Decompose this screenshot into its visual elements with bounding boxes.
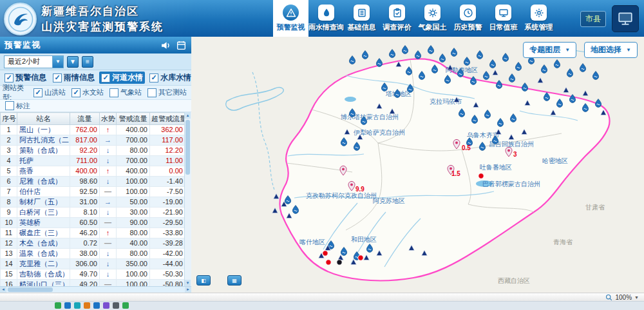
map-select-button[interactable]: 地图选择 ▼ xyxy=(584,42,638,58)
filter-river[interactable]: 河道水情 xyxy=(99,72,145,84)
taskbar-icon[interactable] xyxy=(122,302,129,309)
table-cell: 托萨 xyxy=(17,156,70,166)
table-cell: -29.50 xyxy=(150,218,185,228)
checkbox[interactable] xyxy=(5,73,14,82)
filter-warning[interactable]: 预警信息 xyxy=(3,72,48,84)
checkbox[interactable] xyxy=(149,73,158,82)
table-cell: ↓ xyxy=(100,208,117,218)
dropdown-button[interactable]: ▼ xyxy=(67,56,79,68)
red-dot-marker[interactable] xyxy=(323,251,328,256)
table-row[interactable]: 3策勒（合成）92.20↓80.0012.20 xyxy=(1,146,185,156)
table-row[interactable]: 6尼雅（合成）98.60↓100.00-1.40 xyxy=(1,177,185,187)
table-cell: 0.72 xyxy=(70,238,100,249)
filter-reservoir[interactable]: 水库水情 xyxy=(147,72,193,84)
filter-raininfo[interactable]: 雨情信息 xyxy=(51,72,97,84)
map-value-label: 1.5 xyxy=(451,170,460,177)
checkbox[interactable] xyxy=(109,88,118,97)
table-row[interactable]: 16精河山口（三）49.20—100.00-50.80 xyxy=(1,280,185,287)
list-button[interactable]: ≡ xyxy=(82,56,93,68)
column-header[interactable]: 站名 xyxy=(17,113,70,125)
table-cell: — xyxy=(100,280,117,287)
column-header[interactable]: 超警戒流量 xyxy=(150,113,185,125)
checkbox[interactable] xyxy=(147,88,156,97)
taskbar-icon[interactable] xyxy=(74,302,80,309)
scroll-right-icon[interactable]: ► xyxy=(185,287,191,293)
scroll-left-icon[interactable]: ◄ xyxy=(0,287,6,293)
app-logo xyxy=(4,3,37,35)
city-county-button[interactable]: 市县 xyxy=(580,11,606,27)
zoom-value: 100% xyxy=(615,294,632,301)
table-row[interactable]: 9白桥河（三）8.10↓30.00-21.90 xyxy=(1,208,185,218)
taskbar-icon[interactable] xyxy=(93,302,100,309)
table-row[interactable]: 12木垒（合成）0.72—40.00-39.28 xyxy=(1,238,185,249)
table-row[interactable]: 15吉勒德（合成）49.70↓100.00-50.30 xyxy=(1,269,185,280)
table-cell: ↓ xyxy=(100,259,117,269)
checkbox[interactable] xyxy=(33,88,43,97)
app: 新疆维吾尔自治区 山洪灾害监测预警系统 预警监视雨水情查询基础信息调查评价气象国… xyxy=(0,0,644,310)
table-cell: → xyxy=(100,197,117,208)
table-row[interactable]: 2阿古扎消克（二）817.00→700.00117.00 xyxy=(1,135,185,146)
time-range-select[interactable]: 最近2小时 ▼ xyxy=(4,55,64,68)
taskbar-icon[interactable] xyxy=(113,302,119,309)
tab-survey[interactable]: 调查评价 xyxy=(379,0,415,37)
station-type-weather[interactable]: 气象站 xyxy=(108,87,144,98)
tab-history[interactable]: 历史预警 xyxy=(450,0,486,37)
red-dot-marker[interactable] xyxy=(326,260,331,265)
table-row[interactable]: 8制材厂（五）31.00→50.00-19.00 xyxy=(1,197,185,208)
monitor-mode-button[interactable] xyxy=(612,5,639,32)
checkbox[interactable] xyxy=(101,73,110,82)
volume-icon[interactable] xyxy=(160,40,171,51)
scroll-up-icon[interactable]: ▲ xyxy=(185,112,191,119)
taskbar-icon[interactable] xyxy=(103,302,109,309)
column-header[interactable]: 流量 xyxy=(70,113,100,125)
table-row[interactable]: 1黑山（一）762.00↑400.00362.00 xyxy=(1,125,185,135)
column-header[interactable]: 序号 xyxy=(1,113,17,125)
table-cell: 7 xyxy=(1,187,17,197)
table-row[interactable]: 4托萨711.00↓700.0011.00 xyxy=(1,156,185,166)
station-type-hydro[interactable]: 水文站 xyxy=(70,87,106,98)
table-row[interactable]: 7伯什店92.50—100.00-7.50 xyxy=(1,187,185,197)
station-type-mountain[interactable]: 山洪站 xyxy=(32,87,68,98)
checkbox[interactable] xyxy=(71,88,80,97)
scrollbar-thumb[interactable] xyxy=(185,120,190,175)
annotation-checkbox[interactable]: 标注 xyxy=(3,101,32,111)
scroll-down-icon[interactable]: ▼ xyxy=(185,280,191,286)
table-row[interactable]: 11碾盘庄（三）46.20↑80.00-33.80 xyxy=(1,228,185,238)
map-area[interactable]: 阿勒泰地区塔城地区克拉玛依市博尔塔拉蒙古自治州伊犁哈萨克自治州乌鲁木齐市昌吉回族… xyxy=(191,37,644,293)
table-row[interactable]: 13温泉（合成）38.00↓80.00-42.00 xyxy=(1,249,185,259)
taskbar-icon[interactable] xyxy=(64,302,71,309)
tab-rain[interactable]: 雨水情查询 xyxy=(308,0,344,37)
info-icon xyxy=(354,5,370,21)
table-row[interactable]: 5燕香400.00↑400.000.00 xyxy=(1,166,185,177)
tab-duty[interactable]: 日常值班 xyxy=(486,0,521,37)
main-nav: 预警监视雨水情查询基础信息调查评价气象国土历史预警日常值班系统管理 xyxy=(273,0,556,37)
tab-monitor[interactable]: 预警监视 xyxy=(273,0,308,37)
settings-icon xyxy=(531,5,547,21)
checkbox[interactable] xyxy=(5,101,14,110)
red-dot-marker[interactable] xyxy=(478,173,484,179)
legend-button[interactable]: ▦ xyxy=(227,275,242,286)
red-dot-marker[interactable] xyxy=(358,255,363,260)
table-row[interactable]: 14克里雅（二）306.00↓350.00-44.00 xyxy=(1,259,185,269)
table-cell: ↑ xyxy=(100,125,117,135)
tab-info[interactable]: 基础信息 xyxy=(344,0,379,37)
map-region-label: 和田地区 xyxy=(351,236,377,243)
taskbar-icon[interactable] xyxy=(84,302,90,309)
taskbar-icon[interactable] xyxy=(55,302,61,309)
column-header[interactable]: 水势 xyxy=(100,113,117,125)
table-header-row: 序号站名流量水势警戒流量超警戒流量 xyxy=(1,113,185,125)
calendar-icon[interactable] xyxy=(176,40,187,51)
magnifier-icon xyxy=(605,294,612,301)
checkbox[interactable] xyxy=(53,73,62,82)
collapse-panel-button[interactable]: ◧ xyxy=(196,275,211,286)
tab-weather[interactable]: 气象国土 xyxy=(415,0,450,37)
black-dot-marker[interactable] xyxy=(337,260,342,265)
hscrollbar-thumb[interactable] xyxy=(8,287,53,292)
station-type-other[interactable]: 其它测站 xyxy=(146,87,189,98)
column-header[interactable]: 警戒流量 xyxy=(117,113,150,125)
table-row[interactable]: 10英雄桥60.50—90.00-29.50 xyxy=(1,218,185,228)
vertical-scrollbar[interactable]: ▲ ▼ xyxy=(184,112,191,286)
table-cell: 9 xyxy=(1,208,17,218)
tab-settings[interactable]: 系统管理 xyxy=(521,0,556,37)
thematic-layer-button[interactable]: 专题图层 ▼ xyxy=(523,42,576,58)
